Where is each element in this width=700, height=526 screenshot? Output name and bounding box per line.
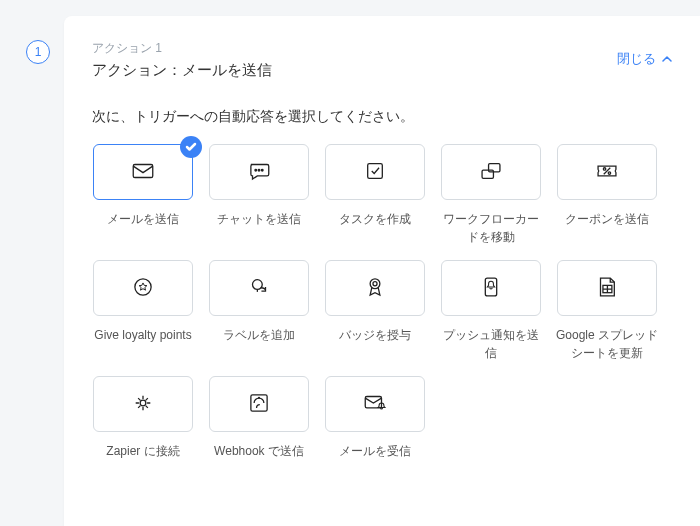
workflow-card-icon [478, 158, 504, 187]
header-title: アクション：メールを送信 [92, 61, 272, 80]
prompt-text: 次に、トリガーへの自動応答を選択してください。 [92, 108, 672, 126]
action-option[interactable] [93, 144, 193, 200]
action-cell: クーポンを送信 [556, 144, 658, 246]
svg-point-15 [140, 400, 146, 406]
action-label: Give loyalty points [91, 326, 195, 362]
svg-point-12 [373, 281, 377, 285]
label-icon [246, 274, 272, 303]
close-label: 閉じる [617, 50, 656, 68]
close-button[interactable]: 閉じる [617, 40, 672, 68]
action-option[interactable] [325, 144, 425, 200]
action-label: チャットを送信 [207, 210, 311, 246]
action-option[interactable] [557, 144, 657, 200]
action-card: アクション 1 アクション：メールを送信 閉じる 次に、トリガーへの自動応答を選… [64, 16, 700, 526]
task-icon [362, 158, 388, 187]
svg-point-3 [261, 169, 263, 171]
action-cell: プッシュ通知を送信 [440, 260, 542, 362]
chevron-up-icon [662, 52, 672, 67]
action-label: ラベルを追加 [207, 326, 311, 362]
action-label: Google スプレッドシートを更新 [555, 326, 659, 362]
action-cell: Webhook で送信 [208, 376, 310, 478]
action-label: タスクを作成 [323, 210, 427, 246]
spreadsheet-icon [594, 274, 620, 303]
svg-point-8 [608, 171, 610, 173]
action-cell: Give loyalty points [92, 260, 194, 362]
action-option[interactable] [93, 376, 193, 432]
push-notification-icon [478, 274, 504, 303]
action-label: クーポンを送信 [555, 210, 659, 246]
action-label: Zapier に接続 [91, 442, 195, 478]
receive-mail-icon [362, 390, 388, 419]
svg-point-7 [603, 167, 605, 169]
action-cell: ワークフローカードを移動 [440, 144, 542, 246]
svg-point-11 [370, 278, 380, 288]
svg-point-17 [258, 396, 260, 398]
action-cell: チャットを送信 [208, 144, 310, 246]
action-label: ワークフローカードを移動 [439, 210, 543, 246]
svg-point-2 [258, 169, 260, 171]
svg-point-1 [255, 169, 257, 171]
svg-rect-4 [368, 163, 383, 178]
action-cell: タスクを作成 [324, 144, 426, 246]
zapier-icon [130, 390, 156, 419]
action-option[interactable] [325, 260, 425, 316]
step-number: 1 [35, 45, 42, 59]
action-cell: ラベルを追加 [208, 260, 310, 362]
action-option[interactable] [441, 144, 541, 200]
action-cell: バッジを授与 [324, 260, 426, 362]
svg-rect-0 [133, 164, 153, 177]
action-grid: メールを送信チャットを送信タスクを作成ワークフローカードを移動クーポンを送信Gi… [92, 144, 672, 478]
action-option[interactable] [93, 260, 193, 316]
action-label: メールを送信 [91, 210, 195, 246]
webhook-icon [246, 390, 272, 419]
action-label: プッシュ通知を送信 [439, 326, 543, 362]
action-label: メールを受信 [323, 442, 427, 478]
action-option[interactable] [441, 260, 541, 316]
action-label: バッジを授与 [323, 326, 427, 362]
header-eyebrow: アクション 1 [92, 40, 272, 57]
envelope-icon [130, 158, 156, 187]
action-option[interactable] [325, 376, 425, 432]
svg-point-9 [135, 278, 151, 294]
action-option[interactable] [557, 260, 657, 316]
card-header: アクション 1 アクション：メールを送信 閉じる [92, 40, 672, 80]
action-option[interactable] [209, 144, 309, 200]
action-option[interactable] [209, 260, 309, 316]
action-cell: メールを送信 [92, 144, 194, 246]
selected-check-icon [180, 136, 202, 158]
action-cell: Zapier に接続 [92, 376, 194, 478]
action-cell: Google スプレッドシートを更新 [556, 260, 658, 362]
step-indicator: 1 [26, 40, 50, 64]
loyalty-points-icon [130, 274, 156, 303]
badge-icon [362, 274, 388, 303]
action-cell: メールを受信 [324, 376, 426, 478]
action-option[interactable] [209, 376, 309, 432]
coupon-icon [594, 158, 620, 187]
chat-icon [246, 158, 272, 187]
action-label: Webhook で送信 [207, 442, 311, 478]
